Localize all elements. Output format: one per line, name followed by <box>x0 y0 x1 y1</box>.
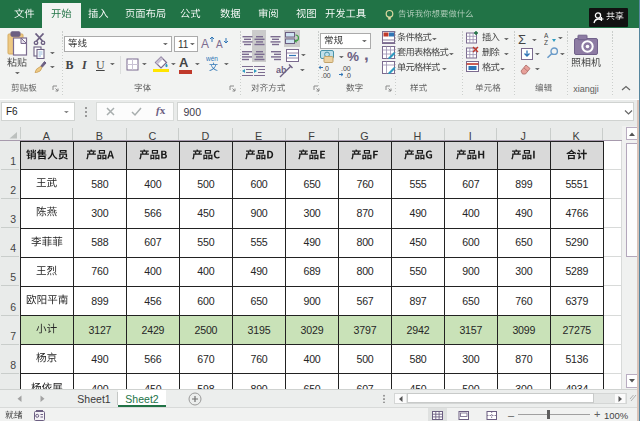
svg-text:.00: .00 <box>321 72 331 78</box>
svg-text:.00: .00 <box>341 65 351 72</box>
svg-text:.0: .0 <box>345 72 351 78</box>
svg-text:wén: wén <box>206 55 218 62</box>
svg-text:ab: ab <box>276 65 287 75</box>
svg-text:Z: Z <box>544 39 548 45</box>
svg-text:.0: .0 <box>323 65 329 72</box>
svg-text:A: A <box>544 32 549 39</box>
